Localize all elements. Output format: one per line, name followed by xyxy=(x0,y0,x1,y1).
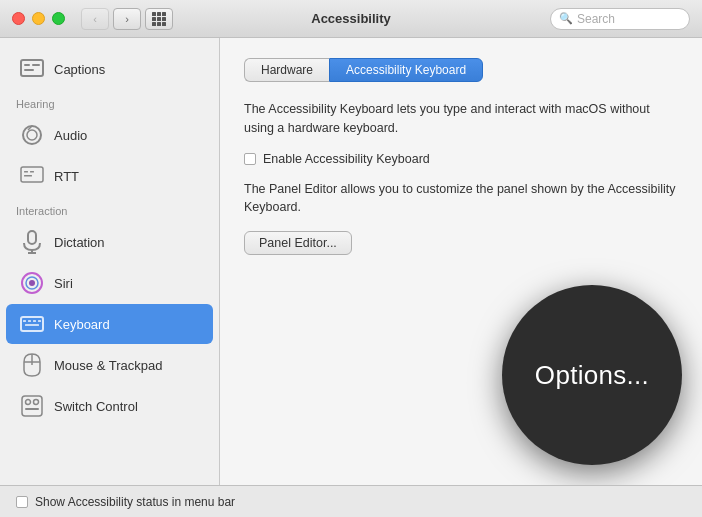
svg-point-26 xyxy=(26,400,31,405)
main-content: Captions Hearing Audio xyxy=(0,38,702,485)
svg-rect-9 xyxy=(30,171,34,173)
right-panel: Hardware Accessibility Keyboard The Acce… xyxy=(220,38,702,485)
traffic-lights xyxy=(12,12,65,25)
bottom-bar-label: Show Accessibility status in menu bar xyxy=(35,495,235,509)
minimize-button[interactable] xyxy=(32,12,45,25)
svg-rect-7 xyxy=(21,167,43,182)
panel-editor-button[interactable]: Panel Editor... xyxy=(244,231,352,255)
tab-hardware[interactable]: Hardware xyxy=(244,58,329,82)
switch-control-icon xyxy=(18,392,46,420)
grid-icon xyxy=(152,12,166,26)
mouse-icon xyxy=(18,351,46,379)
sidebar-item-mouse[interactable]: Mouse & Trackpad xyxy=(6,345,213,385)
sidebar-item-label: Dictation xyxy=(54,235,105,250)
sidebar-item-label: Captions xyxy=(54,62,105,77)
search-icon: 🔍 xyxy=(559,12,573,25)
siri-icon xyxy=(18,269,46,297)
grid-view-button[interactable] xyxy=(145,8,173,30)
sidebar-item-label: Siri xyxy=(54,276,73,291)
sidebar-item-label: RTT xyxy=(54,169,79,184)
forward-button[interactable]: › xyxy=(113,8,141,30)
svg-rect-18 xyxy=(23,320,26,322)
sidebar-item-dictation[interactable]: Dictation xyxy=(6,222,213,262)
svg-point-4 xyxy=(23,126,41,144)
sidebar-item-audio[interactable]: Audio xyxy=(6,115,213,155)
svg-point-16 xyxy=(29,280,35,286)
svg-rect-11 xyxy=(28,231,36,244)
options-overlay[interactable]: Options... xyxy=(502,285,682,465)
sidebar-item-label: Audio xyxy=(54,128,87,143)
sidebar-item-label: Keyboard xyxy=(54,317,110,332)
svg-rect-1 xyxy=(24,64,30,66)
sidebar-item-siri[interactable]: Siri xyxy=(6,263,213,303)
title-bar: ‹ › Accessibility 🔍 Search xyxy=(0,0,702,38)
svg-rect-10 xyxy=(24,175,32,177)
svg-rect-22 xyxy=(25,324,39,326)
dictation-icon xyxy=(18,228,46,256)
close-button[interactable] xyxy=(12,12,25,25)
audio-icon xyxy=(18,121,46,149)
sidebar-item-rtt[interactable]: RTT xyxy=(6,156,213,196)
options-button-text: Options... xyxy=(535,360,649,391)
sidebar-item-switch-control[interactable]: Switch Control xyxy=(6,386,213,426)
sidebar-item-label: Mouse & Trackpad xyxy=(54,358,162,373)
svg-point-5 xyxy=(27,130,37,140)
sidebar-section-interaction: Interaction xyxy=(0,197,219,221)
description-text-2: The Panel Editor allows you to customize… xyxy=(244,180,678,218)
window-title: Accessibility xyxy=(311,11,391,26)
enable-checkbox[interactable] xyxy=(244,153,256,165)
enable-checkbox-row[interactable]: Enable Accessibility Keyboard xyxy=(244,152,678,166)
back-button[interactable]: ‹ xyxy=(81,8,109,30)
svg-rect-19 xyxy=(28,320,31,322)
captions-icon xyxy=(18,55,46,83)
svg-rect-28 xyxy=(25,408,39,410)
search-placeholder: Search xyxy=(577,12,615,26)
svg-rect-25 xyxy=(22,396,42,416)
bottom-checkbox[interactable] xyxy=(16,496,28,508)
sidebar-section-hearing: Hearing xyxy=(0,90,219,114)
svg-rect-8 xyxy=(24,171,28,173)
sidebar-item-captions[interactable]: Captions xyxy=(6,49,213,89)
svg-rect-0 xyxy=(21,60,43,76)
tab-bar: Hardware Accessibility Keyboard xyxy=(244,58,678,82)
svg-rect-2 xyxy=(32,64,40,66)
svg-rect-21 xyxy=(38,320,41,322)
svg-rect-20 xyxy=(33,320,36,322)
sidebar: Captions Hearing Audio xyxy=(0,38,220,485)
bottom-bar: Show Accessibility status in menu bar xyxy=(0,485,702,517)
sidebar-item-label: Switch Control xyxy=(54,399,138,414)
description-text-1: The Accessibility Keyboard lets you type… xyxy=(244,100,678,138)
keyboard-icon xyxy=(18,310,46,338)
rtt-icon xyxy=(18,162,46,190)
svg-rect-3 xyxy=(24,69,34,71)
enable-checkbox-label: Enable Accessibility Keyboard xyxy=(263,152,430,166)
search-box[interactable]: 🔍 Search xyxy=(550,8,690,30)
maximize-button[interactable] xyxy=(52,12,65,25)
svg-point-27 xyxy=(34,400,39,405)
nav-buttons: ‹ › xyxy=(81,8,141,30)
tab-accessibility-keyboard[interactable]: Accessibility Keyboard xyxy=(329,58,483,82)
sidebar-item-keyboard[interactable]: Keyboard xyxy=(6,304,213,344)
